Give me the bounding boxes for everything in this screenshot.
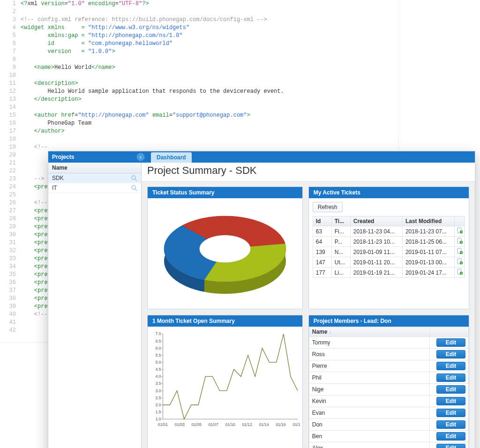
code-text bbox=[21, 56, 398, 64]
code-line[interactable]: 6 id = "com.phonegap.helloworld" bbox=[0, 40, 398, 48]
svg-text:1.5: 1.5 bbox=[156, 410, 161, 414]
table-row: PierreEdit bbox=[309, 360, 468, 372]
code-line[interactable]: 18 bbox=[0, 135, 398, 143]
members-name-header[interactable]: Name ↓ bbox=[309, 327, 429, 337]
table-row[interactable]: 177Li...2019-01-19 21...2019-01-24 17... bbox=[313, 268, 465, 278]
code-line[interactable]: 17 </author> bbox=[0, 127, 398, 135]
code-line[interactable]: 14 bbox=[0, 104, 398, 112]
line-number: 22 bbox=[0, 167, 21, 175]
code-line[interactable]: 12 Hello World sample application that r… bbox=[0, 88, 398, 96]
table-row[interactable]: 64P...2018-11-23 10...2018-11-25 06... bbox=[313, 237, 465, 247]
line-number: 41 bbox=[0, 319, 21, 327]
edit-button[interactable]: Edit bbox=[436, 350, 465, 358]
code-line[interactable]: 10 bbox=[0, 72, 398, 80]
panel-my-active-tickets: My Active Tickets Refresh Id bbox=[308, 187, 469, 309]
sidebar-item-label: IT bbox=[52, 185, 57, 191]
row-action[interactable] bbox=[455, 257, 465, 268]
code-line[interactable]: 7 version = "1.0.0"> bbox=[0, 48, 398, 56]
code-text: <description> bbox=[21, 80, 398, 88]
line-number: 23 bbox=[0, 175, 21, 183]
pie-chart-holder bbox=[148, 198, 302, 309]
sidebar-item[interactable]: SDK bbox=[48, 173, 141, 183]
code-text: <!-- bbox=[21, 143, 398, 151]
col-modified[interactable]: Last Modified bbox=[402, 217, 454, 226]
code-line[interactable]: 9 <name>Hello World</name> bbox=[0, 64, 398, 72]
table-row[interactable]: 147Ut...2019-01-11 20...2019-01-13 00... bbox=[313, 257, 465, 268]
code-line[interactable]: 15 <author href="http://phonegap.com" em… bbox=[0, 112, 398, 119]
sidebar-column-header[interactable]: Name bbox=[48, 163, 141, 173]
table-row[interactable]: 139N...2019-01-09 11...2019-01-11 07... bbox=[313, 247, 465, 257]
code-line[interactable]: 2 bbox=[0, 8, 398, 16]
row-action[interactable] bbox=[455, 226, 465, 237]
member-name: Phil bbox=[309, 372, 429, 384]
svg-text:6.5: 6.5 bbox=[156, 339, 161, 343]
code-line[interactable]: 19 <!-- bbox=[0, 143, 398, 151]
member-name: Kevin bbox=[309, 396, 429, 407]
panel-header: 1 Month Ticket Open Summary bbox=[148, 315, 302, 327]
table-row: KevinEdit bbox=[309, 396, 468, 407]
edit-button[interactable]: Edit bbox=[436, 420, 465, 429]
code-line[interactable]: 16 PhoneGap Team bbox=[0, 119, 398, 127]
code-text: version = "1.0.0"> bbox=[21, 48, 398, 56]
cell-title: Fi... bbox=[331, 226, 350, 237]
line-number: 31 bbox=[0, 239, 21, 247]
dashboard-window: Projects ‹ Dashboard Name SDKIT Project … bbox=[48, 151, 475, 448]
table-row[interactable]: 63Fi...2018-11-23 04...2018-11-23 07... bbox=[313, 226, 465, 237]
dashboard-body: Name SDKIT Project Summary - SDK Ticket … bbox=[48, 163, 475, 448]
svg-line-1 bbox=[135, 179, 137, 181]
code-line[interactable]: 4<widget xmlns = "http://www.w3.org/ns/w… bbox=[0, 24, 398, 32]
cell-title: N... bbox=[331, 247, 350, 257]
edit-button[interactable]: Edit bbox=[436, 362, 465, 370]
sidebar-item[interactable]: IT bbox=[48, 183, 141, 193]
svg-line-3 bbox=[135, 189, 137, 191]
sidebar-collapse-button[interactable]: ‹ bbox=[136, 153, 145, 161]
line-number: 13 bbox=[0, 96, 21, 104]
line-number: 30 bbox=[0, 231, 21, 239]
svg-text:01/10: 01/10 bbox=[225, 422, 236, 427]
code-text: xmlns:gap = "http://phonegap.com/ns/1.0" bbox=[21, 32, 398, 40]
document-go-icon bbox=[457, 248, 463, 254]
member-name: Alex bbox=[309, 442, 429, 448]
edit-button[interactable]: Edit bbox=[436, 385, 465, 394]
col-title[interactable]: Ti... bbox=[331, 217, 350, 226]
line-number: 7 bbox=[0, 48, 21, 56]
table-row: BenEdit bbox=[309, 431, 468, 442]
cell-modified: 2019-01-13 00... bbox=[402, 257, 454, 268]
edit-button[interactable]: Edit bbox=[436, 409, 465, 417]
col-created[interactable]: Created bbox=[350, 217, 402, 226]
member-name: Nige bbox=[309, 384, 429, 396]
members-action-header bbox=[430, 327, 469, 337]
code-text: <widget xmlns = "http://www.w3.org/ns/wi… bbox=[21, 24, 398, 32]
edit-button[interactable]: Edit bbox=[436, 373, 465, 382]
svg-text:01/05: 01/05 bbox=[192, 422, 202, 427]
edit-button[interactable]: Edit bbox=[436, 444, 465, 448]
line-number: 14 bbox=[0, 104, 21, 112]
code-line[interactable]: 3<!-- config.xml reference: https://buil… bbox=[0, 16, 398, 24]
edit-button[interactable]: Edit bbox=[436, 397, 465, 405]
code-text bbox=[21, 135, 398, 143]
code-line[interactable]: 1<?xml version="1.0" encoding="UTF-8"?> bbox=[0, 0, 398, 8]
line-number: 2 bbox=[0, 8, 21, 16]
search-icon[interactable] bbox=[131, 185, 137, 191]
row-action[interactable] bbox=[455, 247, 465, 257]
row-action[interactable] bbox=[455, 237, 465, 247]
col-id[interactable]: Id bbox=[313, 217, 331, 226]
code-line[interactable]: 5 xmlns:gap = "http://phonegap.com/ns/1.… bbox=[0, 32, 398, 40]
svg-text:2.5: 2.5 bbox=[156, 396, 161, 400]
line-number: 8 bbox=[0, 56, 21, 64]
dashboard-content: Project Summary - SDK Ticket Status Summ… bbox=[142, 163, 475, 448]
cell-created: 2019-01-11 20... bbox=[350, 257, 402, 268]
code-line[interactable]: 13 </description> bbox=[0, 96, 398, 104]
search-icon[interactable] bbox=[131, 175, 137, 181]
edit-button[interactable]: Edit bbox=[436, 432, 465, 441]
code-text: <name>Hello World</name> bbox=[21, 64, 398, 72]
tab-dashboard[interactable]: Dashboard bbox=[151, 152, 192, 163]
member-name: Tommy bbox=[309, 337, 429, 349]
document-go-icon bbox=[457, 258, 463, 265]
refresh-button[interactable]: Refresh bbox=[313, 202, 343, 212]
edit-button[interactable]: Edit bbox=[436, 338, 465, 347]
code-line[interactable]: 11 <description> bbox=[0, 80, 398, 88]
code-line[interactable]: 8 bbox=[0, 56, 398, 64]
row-action[interactable] bbox=[455, 268, 465, 278]
cell-created: 2018-11-23 04... bbox=[350, 226, 402, 237]
